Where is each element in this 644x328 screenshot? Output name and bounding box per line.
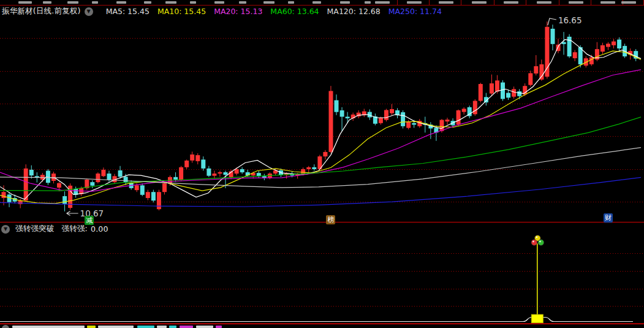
candlestick-chart[interactable]: [0, 0, 644, 328]
bottom-panel-text-fragment: [12, 326, 85, 328]
ma-label-1: MA10: 15.45: [157, 7, 206, 16]
ma-line-MA20: [0, 70, 641, 191]
candle-up: [323, 152, 327, 156]
candle-down: [29, 170, 34, 175]
ma-label-4: MA120: 12.68: [327, 7, 381, 16]
ma-label-0: MA5: 15.45: [106, 7, 150, 16]
candle-up: [18, 200, 23, 204]
candle-up: [306, 167, 311, 169]
candle-down: [506, 93, 510, 98]
signal-ball-highlight: [532, 241, 534, 243]
candle-up: [612, 42, 616, 45]
candle-down: [118, 170, 123, 177]
candle-up: [390, 109, 394, 113]
candle-down: [124, 177, 128, 183]
signal-ball-highlight: [536, 237, 538, 238]
candle-up: [146, 192, 150, 198]
candle-down: [517, 91, 521, 96]
candle-up: [528, 73, 532, 85]
toolbar-fragment: [313, 1, 321, 4]
candle-down: [335, 101, 339, 112]
bottom-panel-text-fragment: [216, 326, 222, 328]
candle-down: [224, 172, 228, 175]
toolbar-fragment: [621, 1, 636, 4]
event-badge-reduce[interactable]: 减: [85, 216, 94, 225]
high-arrow: [548, 18, 556, 25]
indicator-collapse-chevron-icon[interactable]: ▼: [1, 225, 10, 234]
candle-up: [51, 174, 56, 181]
candle-down: [346, 116, 350, 118]
toolbar-fragment: [18, 1, 32, 4]
candle-up: [512, 89, 516, 96]
toolbar-cutoff-strip: [0, 0, 644, 6]
candle-up: [212, 174, 216, 176]
main-chart-header: 振华新材(日线.前复权) ▼ MA5: 15.45MA10: 15.45MA20…: [0, 6, 442, 17]
candle-down: [140, 185, 145, 195]
bottom-panel-text-fragment: [137, 326, 154, 328]
candle-up: [406, 121, 411, 128]
candle-down: [240, 169, 244, 172]
signal-ball: [538, 240, 544, 246]
toolbar-fragment: [43, 1, 51, 4]
candle-down: [412, 123, 416, 125]
candle-down: [312, 167, 316, 169]
app-window: 振华新材(日线.前复权) ▼ MA5: 15.45MA10: 15.45MA20…: [0, 0, 644, 328]
annotation-high-price: 16.65: [558, 17, 582, 25]
toolbar-fragment: [407, 1, 422, 4]
candle-up: [157, 192, 161, 209]
candle-up: [57, 183, 61, 188]
toolbar-fragment: [288, 1, 294, 4]
signal-ball: [531, 240, 537, 246]
candle-up: [600, 45, 605, 51]
low-arrow: [67, 212, 78, 216]
stock-title: 振华新材(日线.前复权): [2, 6, 81, 17]
toolbar-fragment: [472, 1, 487, 4]
toolbar-fragment: [340, 1, 350, 4]
ma-label-2: MA20: 15.13: [214, 7, 262, 16]
bottom-panel-text-fragment: [87, 326, 96, 328]
bottom-panel-text-fragment: [98, 326, 134, 328]
candle-down: [501, 83, 505, 99]
candle-up: [539, 64, 544, 80]
candle-up: [235, 169, 239, 174]
signal-ball-highlight: [539, 241, 541, 243]
bottom-panel-text-fragment: [180, 326, 193, 328]
candle-up: [462, 109, 466, 112]
toolbar-fragment: [92, 1, 98, 4]
ma-label-3: MA60: 13.64: [270, 7, 319, 16]
candle-up: [490, 83, 494, 94]
candle-up: [96, 174, 100, 182]
candle-up: [440, 120, 444, 131]
candle-up: [573, 52, 577, 58]
ma-label-5: MA250: 11.74: [388, 7, 442, 16]
toolbar-fragment: [116, 1, 126, 4]
collapse-chevron-icon[interactable]: ▼: [85, 7, 93, 16]
candle-up: [606, 44, 610, 47]
bottom-panel-text-fragment: [157, 326, 167, 328]
event-badge-finance[interactable]: 财: [604, 213, 613, 223]
candle-down: [173, 177, 178, 180]
toolbar-fragment: [67, 1, 78, 4]
toolbar-fragment: [263, 1, 275, 4]
candle-up: [384, 110, 388, 120]
candle-down: [340, 110, 344, 116]
candle-up: [456, 110, 461, 124]
candle-down: [206, 169, 211, 176]
bottom-panel-text-fragment: [196, 326, 213, 328]
signal-marker: [531, 315, 543, 323]
toolbar-fragment: [569, 1, 583, 4]
toolbar-fragment: [239, 1, 246, 4]
indicator-name[interactable]: 强转强突破: [15, 224, 55, 234]
toolbar-fragment: [214, 1, 224, 4]
candle-up: [218, 172, 222, 174]
candle-up: [190, 154, 194, 161]
event-badge-list[interactable]: 榜: [326, 215, 335, 224]
candle-up: [24, 169, 28, 200]
candle-up: [445, 120, 450, 121]
candle-up: [379, 118, 383, 123]
indicator-value-label: 强转强:: [62, 224, 88, 234]
candle-up: [184, 161, 189, 167]
candle-up: [473, 101, 477, 115]
toolbar-fragment: [600, 1, 615, 4]
candle-down: [201, 159, 205, 169]
